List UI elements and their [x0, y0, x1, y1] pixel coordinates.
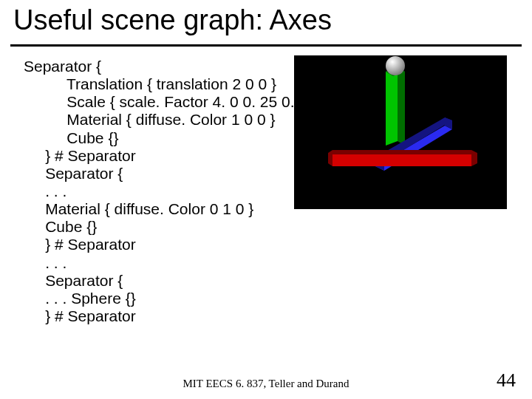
- page-number: 44: [497, 369, 516, 392]
- axes-render: [294, 55, 507, 209]
- footer-text: MIT EECS 6. 837, Teller and Durand: [0, 378, 532, 390]
- svg-marker-9: [471, 150, 477, 166]
- y-axis-icon: [386, 67, 405, 146]
- svg-marker-0: [386, 67, 398, 146]
- svg-marker-7: [332, 154, 471, 166]
- svg-marker-8: [332, 150, 471, 154]
- svg-marker-1: [398, 67, 405, 146]
- x-axis-icon: [328, 150, 477, 166]
- svg-marker-10: [328, 150, 332, 166]
- axes-svg: [294, 55, 507, 209]
- sphere-icon: [386, 56, 405, 75]
- code-block: Separator { Translation { translation 2 …: [24, 58, 326, 325]
- page-title: Useful scene graph: Axes: [13, 4, 332, 36]
- title-rule: [10, 44, 522, 47]
